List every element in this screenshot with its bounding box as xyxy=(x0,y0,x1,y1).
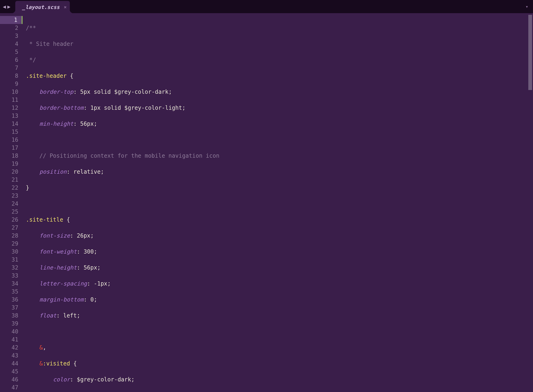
pseudo: :visited xyxy=(43,360,70,367)
selector: .site-header xyxy=(26,73,66,79)
value: 300 xyxy=(84,248,94,255)
scrollbar-track[interactable] xyxy=(528,14,533,392)
value: $grey-color-dark xyxy=(77,376,131,383)
property: line-height xyxy=(39,264,77,271)
value: 56px xyxy=(84,264,97,271)
property: position xyxy=(39,168,67,175)
property: float xyxy=(39,312,56,319)
comment: * Site header xyxy=(26,41,73,47)
property: border-bottom xyxy=(39,105,84,111)
value: 26px xyxy=(77,233,90,239)
chevron-down-icon[interactable]: ▾ xyxy=(525,4,528,9)
parent-ref: & xyxy=(39,344,43,351)
scrollbar-thumb[interactable] xyxy=(528,15,532,90)
code-area[interactable]: /** * Site header */ .site-header { bord… xyxy=(23,13,533,392)
value: 1px solid $grey-color-light xyxy=(90,105,182,111)
value: 56px xyxy=(80,121,94,127)
property: margin-bottom xyxy=(39,296,84,303)
file-tab[interactable]: _layout.scss × xyxy=(15,1,70,13)
tab-title: _layout.scss xyxy=(22,4,60,10)
value: 0 xyxy=(90,296,94,303)
property: font-size xyxy=(39,233,70,239)
property: min-height xyxy=(39,121,74,127)
line-number-gutter: 1234567891011121314151617181920212223242… xyxy=(0,13,23,392)
property: border-top xyxy=(39,89,74,95)
property: letter-spacing xyxy=(39,280,87,287)
comment: /** xyxy=(26,25,36,31)
value: relative xyxy=(73,168,101,175)
parent-ref: & xyxy=(39,360,43,367)
selector: .site-title xyxy=(26,216,63,223)
code-editor[interactable]: 1234567891011121314151617181920212223242… xyxy=(0,13,533,392)
close-icon[interactable]: × xyxy=(64,4,66,10)
comment: // Positioning context for the mobile na… xyxy=(39,153,220,159)
value: -1px xyxy=(94,280,108,287)
nav-forward-icon[interactable]: ▶ xyxy=(7,4,10,10)
property: color xyxy=(53,376,70,383)
value: left xyxy=(63,312,77,319)
comment: */ xyxy=(26,57,36,63)
nav-back-icon[interactable]: ◀ xyxy=(3,4,6,10)
tab-bar: ◀ ▶ _layout.scss × ▾ xyxy=(0,0,533,13)
property: font-weight xyxy=(39,248,77,255)
value: 5px solid $grey-color-dark xyxy=(80,89,168,95)
